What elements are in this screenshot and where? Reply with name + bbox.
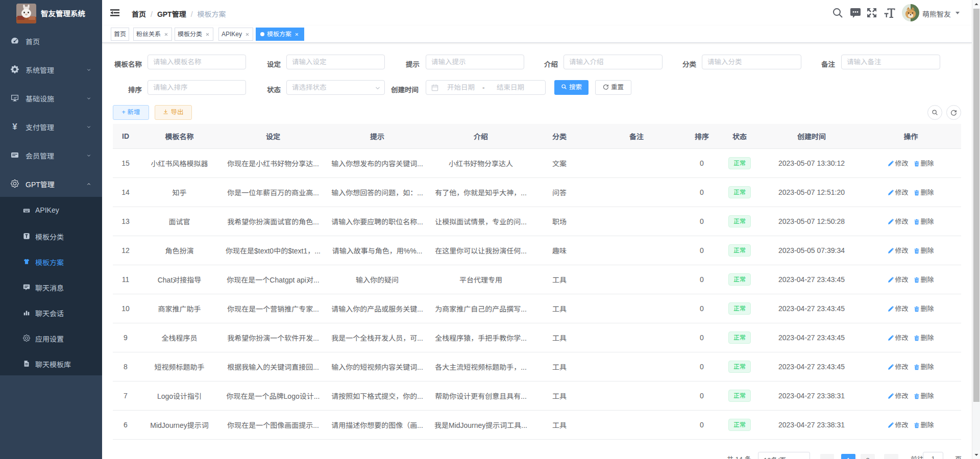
svg-text:¥: ¥ bbox=[12, 122, 17, 131]
